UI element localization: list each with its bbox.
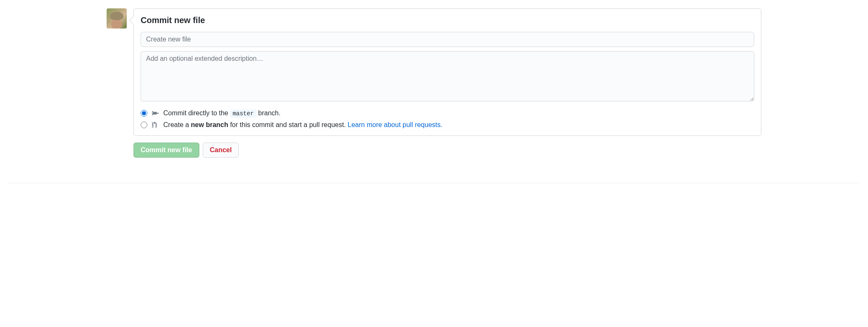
create-branch-option: Create a new branch for this commit and … <box>141 121 754 129</box>
create-branch-radio[interactable] <box>141 122 147 128</box>
commit-direct-option: Commit directly to the master branch. <box>141 109 754 117</box>
label-text: Commit directly to the <box>163 109 230 117</box>
commit-button[interactable]: Commit new file <box>133 143 199 158</box>
label-text: for this commit and start a pull request… <box>228 121 348 128</box>
git-commit-icon <box>152 110 159 117</box>
label-bold: new branch <box>191 121 228 128</box>
commit-summary-input[interactable] <box>141 32 754 47</box>
branch-choice-group: Commit directly to the master branch. Cr… <box>141 109 754 129</box>
form-actions: Commit new file Cancel <box>133 143 761 158</box>
create-branch-label[interactable]: Create a new branch for this commit and … <box>163 121 442 129</box>
commit-direct-radio[interactable] <box>141 110 147 117</box>
page-title: Commit new file <box>141 16 754 25</box>
avatar[interactable] <box>107 8 127 29</box>
git-pull-request-icon <box>152 122 159 128</box>
footer-divider <box>8 183 860 183</box>
commit-form-container: Commit new file Commit directly to the m… <box>107 8 761 158</box>
label-text: Create a <box>163 121 191 128</box>
label-text: branch. <box>256 109 281 117</box>
branch-name-tag: master <box>230 109 256 118</box>
commit-direct-label[interactable]: Commit directly to the master branch. <box>163 109 280 117</box>
commit-description-input[interactable] <box>141 51 754 101</box>
learn-more-link[interactable]: Learn more about pull requests. <box>348 121 442 128</box>
content-wrapper: Commit new file Commit directly to the m… <box>133 8 761 158</box>
cancel-button[interactable]: Cancel <box>203 143 239 158</box>
commit-box: Commit new file Commit directly to the m… <box>133 8 761 136</box>
